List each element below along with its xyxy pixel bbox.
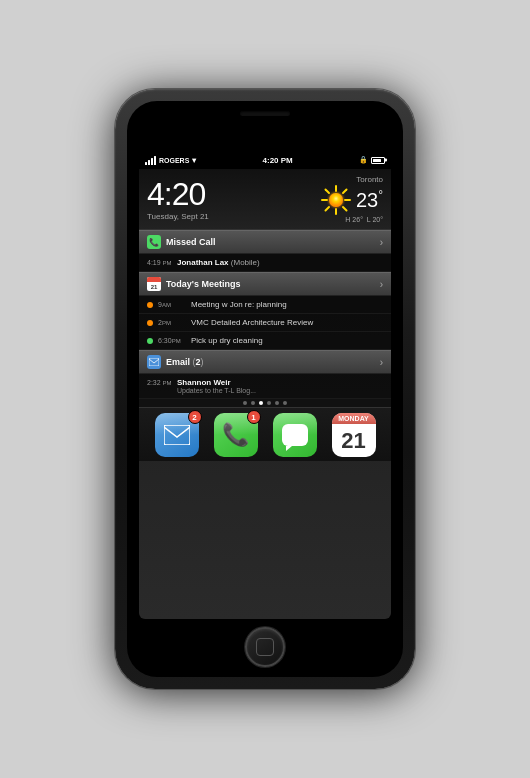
battery-fill xyxy=(373,159,381,162)
carrier-label: ROGERS xyxy=(159,157,189,164)
clock-weather-widget: 4:20 Tuesday, Sept 21 Toronto xyxy=(139,169,391,230)
meeting-title-1: Meeting w Jon re: planning xyxy=(191,300,383,309)
phone-notif-icon: 📞 xyxy=(147,235,161,249)
meeting-title-3: Pick up dry cleaning xyxy=(191,336,383,345)
phone-app-container[interactable]: 📞 1 xyxy=(214,413,258,457)
meeting-row-1: 9AM Meeting w Jon re: planning xyxy=(139,296,391,314)
phone-inner: ROGERS ▾ 4:20 PM 🔒 4:20 Tuesday, xyxy=(127,101,403,677)
missed-call-content: Jonathan Lax (Mobile) xyxy=(177,258,383,267)
missed-call-title: Missed Call xyxy=(166,237,216,247)
status-left: ROGERS ▾ xyxy=(145,156,196,165)
weather-section: Toronto xyxy=(320,175,383,223)
missed-call-header[interactable]: 📞 Missed Call › xyxy=(139,230,391,254)
phone-badge: 1 xyxy=(247,410,261,424)
status-bar: ROGERS ▾ 4:20 PM 🔒 xyxy=(139,151,391,169)
calendar-month-header: Monday xyxy=(332,413,376,424)
missed-call-chevron-icon: › xyxy=(380,237,383,248)
dock-dot-5 xyxy=(275,401,279,405)
dock-dot-4 xyxy=(267,401,271,405)
mail-notif-icon xyxy=(147,355,161,369)
meeting-dot-1 xyxy=(147,302,153,308)
email-time: 2:32 PM xyxy=(147,379,177,386)
home-button-icon xyxy=(256,638,274,656)
email-title: Email (2) xyxy=(166,357,204,367)
wifi-icon: ▾ xyxy=(192,156,196,165)
clock-time: 4:20 xyxy=(147,178,209,210)
signal-bars-icon xyxy=(145,156,156,165)
dock-dot-3-active xyxy=(259,401,263,405)
dock-dot-1 xyxy=(243,401,247,405)
email-header-left: Email (2) xyxy=(147,355,204,369)
phone-handset-icon: 📞 xyxy=(222,422,249,448)
lock-icon: 🔒 xyxy=(359,156,368,164)
meeting-row-2: 2PM VMC Detailed Architecture Review xyxy=(139,314,391,332)
meetings-chevron-icon: › xyxy=(380,279,383,290)
dock-dots xyxy=(139,399,391,407)
status-time: 4:20 PM xyxy=(263,156,293,165)
svg-line-4 xyxy=(325,190,329,194)
status-right: 🔒 xyxy=(359,156,385,164)
meetings-header[interactable]: 21 Today's Meetings › xyxy=(139,272,391,296)
svg-rect-9 xyxy=(149,358,159,366)
weather-city: Toronto xyxy=(356,175,383,184)
svg-line-6 xyxy=(343,190,347,194)
mail-app-container[interactable]: 2 xyxy=(155,413,199,457)
messages-app-icon[interactable] xyxy=(273,413,317,457)
dock-dot-2 xyxy=(251,401,255,405)
meetings-title: Today's Meetings xyxy=(166,279,241,289)
home-button[interactable] xyxy=(245,627,285,667)
messages-bubble-icon xyxy=(282,424,308,446)
missed-call-row: 4:19 PM Jonathan Lax (Mobile) xyxy=(139,254,391,272)
lock-screen: 4:20 Tuesday, Sept 21 Toronto xyxy=(139,169,391,619)
weather-range: H 26° L 20° xyxy=(345,216,383,223)
sun-icon xyxy=(320,184,352,216)
clock-section: 4:20 Tuesday, Sept 21 xyxy=(147,178,209,221)
email-chevron-icon: › xyxy=(380,357,383,368)
email-content: Shannon Weir Updates to the T-L Blog... xyxy=(177,378,383,394)
svg-line-5 xyxy=(343,207,347,211)
mail-envelope-icon xyxy=(164,425,190,445)
dock-dot-6 xyxy=(283,401,287,405)
email-row: 2:32 PM Shannon Weir Updates to the T-L … xyxy=(139,374,391,399)
phone-device: ROGERS ▾ 4:20 PM 🔒 4:20 Tuesday, xyxy=(115,89,415,689)
calendar-app-container[interactable]: Monday 21 xyxy=(332,413,376,457)
weather-main: 23° xyxy=(320,184,383,216)
meetings-header-left: 21 Today's Meetings xyxy=(147,277,241,291)
email-header[interactable]: Email (2) › xyxy=(139,350,391,374)
svg-point-8 xyxy=(329,193,343,207)
svg-rect-10 xyxy=(164,425,190,445)
calendar-app-inner: Monday 21 xyxy=(332,413,376,457)
meeting-dot-3 xyxy=(147,338,153,344)
calendar-notif-icon: 21 xyxy=(147,277,161,291)
meeting-title-2: VMC Detailed Architecture Review xyxy=(191,318,383,327)
calendar-day-number: 21 xyxy=(332,424,376,457)
app-dock: 2 📞 1 xyxy=(139,407,391,461)
cal-day-mini: 21 xyxy=(147,282,161,291)
meeting-time-2: 2PM xyxy=(158,319,186,326)
meeting-time-3: 6:30PM xyxy=(158,337,186,344)
missed-call-time: 4:19 PM xyxy=(147,259,177,266)
clock-date: Tuesday, Sept 21 xyxy=(147,212,209,221)
mail-badge: 2 xyxy=(188,410,202,424)
battery-icon xyxy=(371,157,385,164)
messages-app-container[interactable] xyxy=(273,413,317,457)
svg-line-7 xyxy=(325,207,329,211)
calendar-app-icon[interactable]: Monday 21 xyxy=(332,413,376,457)
meeting-time-1: 9AM xyxy=(158,301,186,308)
screen: ROGERS ▾ 4:20 PM 🔒 4:20 Tuesday, xyxy=(139,151,391,619)
meeting-row-3: 6:30PM Pick up dry cleaning xyxy=(139,332,391,350)
meeting-dot-2 xyxy=(147,320,153,326)
weather-temperature: 23° xyxy=(356,188,383,212)
missed-call-header-left: 📞 Missed Call xyxy=(147,235,216,249)
